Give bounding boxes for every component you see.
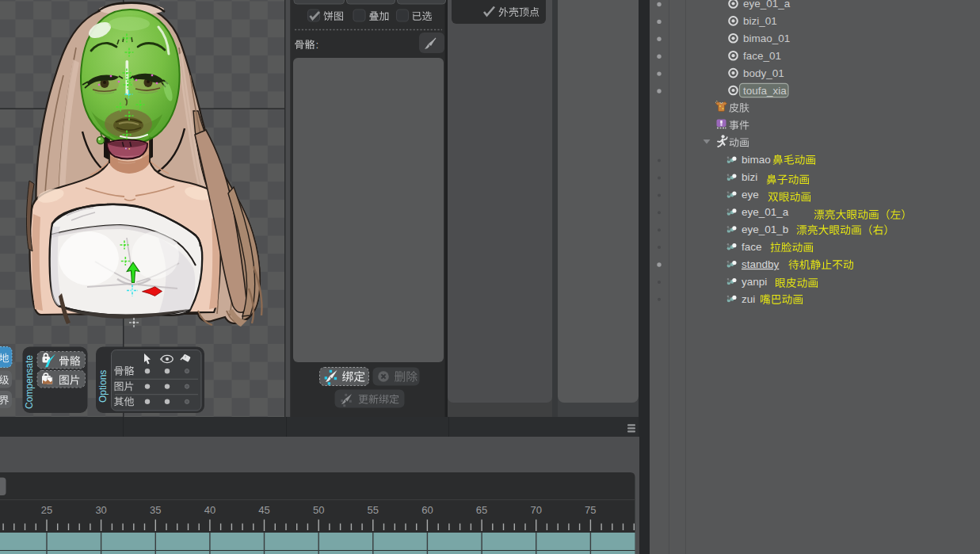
svg-text:40: 40 xyxy=(204,504,215,516)
svg-text:65: 65 xyxy=(476,504,487,516)
svg-text:zui: zui xyxy=(742,293,755,305)
svg-text:eye: eye xyxy=(742,189,759,201)
svg-text:bizi_01: bizi_01 xyxy=(743,15,777,27)
svg-text:bimao_01: bimao_01 xyxy=(743,32,790,44)
svg-text:Options: Options xyxy=(97,370,109,403)
svg-text:face: face xyxy=(742,241,762,253)
svg-text:face_01: face_01 xyxy=(743,50,781,62)
svg-text:55: 55 xyxy=(368,504,379,516)
svg-text:bimao: bimao xyxy=(742,154,771,166)
svg-text:30: 30 xyxy=(95,504,106,516)
svg-text:standby: standby xyxy=(742,258,780,270)
svg-text:60: 60 xyxy=(421,504,433,516)
svg-text:eye_01_a: eye_01_a xyxy=(742,206,789,218)
svg-text:Compensate: Compensate xyxy=(24,355,35,409)
svg-text:body_01: body_01 xyxy=(743,67,784,79)
svg-text:35: 35 xyxy=(150,504,161,516)
svg-text:bizi: bizi xyxy=(742,171,757,183)
svg-text:45: 45 xyxy=(258,504,269,516)
svg-text:25: 25 xyxy=(41,504,52,516)
svg-text:75: 75 xyxy=(585,504,596,516)
svg-text:toufa_xia: toufa_xia xyxy=(743,85,787,97)
svg-text:50: 50 xyxy=(313,504,324,516)
svg-text:eye_01_b: eye_01_b xyxy=(742,224,788,235)
svg-text:eye_01_a: eye_01_a xyxy=(743,0,791,10)
svg-text:yanpi: yanpi xyxy=(742,276,767,288)
svg-text::: : xyxy=(316,39,319,51)
svg-text:70: 70 xyxy=(530,504,541,516)
